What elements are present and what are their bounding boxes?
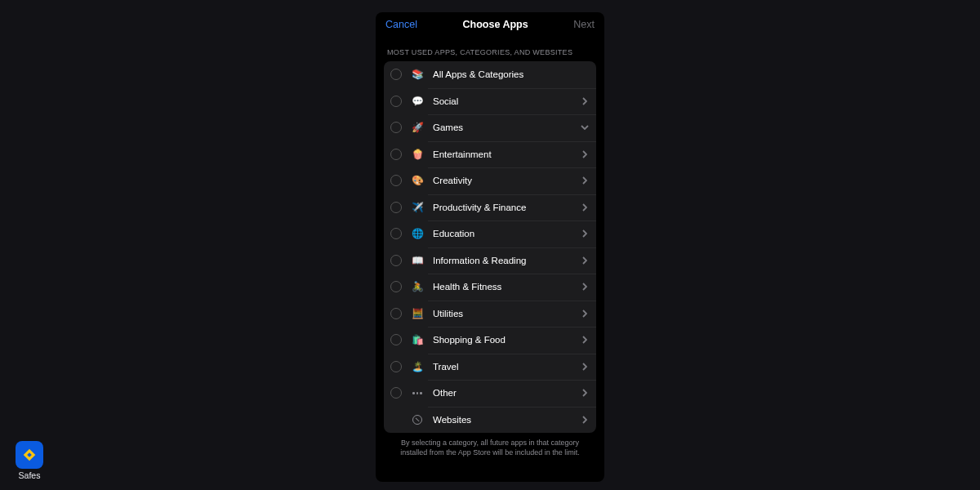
radio-games[interactable] xyxy=(390,122,402,133)
category-row-utilities[interactable]: 🧮Utilities xyxy=(384,301,596,327)
education-icon: 🌐 xyxy=(410,226,425,241)
chevron-right-icon xyxy=(580,229,590,238)
radio-education[interactable] xyxy=(390,228,402,239)
safes-logo-icon xyxy=(16,441,43,469)
other-icon xyxy=(410,385,425,400)
shopping-icon: 🛍️ xyxy=(410,332,425,347)
next-button[interactable]: Next xyxy=(573,19,595,30)
category-label: Travel xyxy=(433,362,580,372)
chevron-right-icon xyxy=(580,310,590,318)
category-row-social[interactable]: 💬Social xyxy=(384,88,596,115)
category-row-health[interactable]: 🚴Health & Fitness xyxy=(384,274,596,301)
reading-icon: 📖 xyxy=(410,253,425,268)
category-row-education[interactable]: 🌐Education xyxy=(384,220,596,247)
footnote-text: By selecting a category, all future apps… xyxy=(389,438,591,457)
category-label: Education xyxy=(433,229,580,238)
category-label: Games xyxy=(433,122,580,132)
chevron-right-icon xyxy=(580,416,590,424)
category-row-shopping[interactable]: 🛍️Shopping & Food xyxy=(384,327,596,354)
category-label: Utilities xyxy=(433,309,580,318)
category-label: All Apps & Categories xyxy=(433,69,580,79)
social-icon: 💬 xyxy=(410,94,425,109)
chevron-right-icon xyxy=(580,97,590,105)
page-title: Choose Apps xyxy=(463,19,528,30)
radio-entertainment[interactable] xyxy=(390,149,402,160)
chevron-right-icon xyxy=(580,150,590,158)
navbar: Cancel Choose Apps Next xyxy=(376,12,604,35)
health-icon: 🚴 xyxy=(410,279,425,294)
category-row-games[interactable]: 🚀Games xyxy=(384,114,596,141)
radio-social[interactable] xyxy=(390,96,402,107)
safes-label: Safes xyxy=(19,470,41,480)
chevron-right-icon xyxy=(580,176,590,185)
choose-apps-modal: Cancel Choose Apps Next MOST USED APPS, … xyxy=(376,12,604,482)
creativity-icon: 🎨 xyxy=(410,173,425,188)
websites-icon xyxy=(410,412,425,427)
radio-other[interactable] xyxy=(390,387,402,399)
chevron-right-icon xyxy=(580,283,590,291)
category-row-all[interactable]: 📚All Apps & Categories xyxy=(384,61,596,88)
chevron-down-icon xyxy=(580,125,590,130)
travel-icon: 🏝️ xyxy=(410,359,425,374)
category-label: Productivity & Finance xyxy=(433,203,580,212)
radio-travel[interactable] xyxy=(390,361,402,372)
category-label: Creativity xyxy=(433,176,580,185)
category-row-entertainment[interactable]: 🍿Entertainment xyxy=(384,141,596,168)
category-row-creativity[interactable]: 🎨Creativity xyxy=(384,167,596,194)
category-label: Entertainment xyxy=(433,149,580,159)
utilities-icon: 🧮 xyxy=(410,306,425,321)
radio-utilities[interactable] xyxy=(390,308,402,319)
radio-reading[interactable] xyxy=(390,255,402,266)
chevron-right-icon xyxy=(580,203,590,212)
category-label: Social xyxy=(433,96,580,106)
chevron-right-icon xyxy=(580,389,590,397)
category-label: Other xyxy=(433,388,580,398)
chevron-right-icon xyxy=(580,256,590,265)
category-row-other[interactable]: Other xyxy=(384,380,596,407)
radio-shopping[interactable] xyxy=(390,334,402,345)
chevron-right-icon xyxy=(580,363,590,371)
safes-badge: Safes xyxy=(11,441,47,480)
radio-health[interactable] xyxy=(390,281,402,292)
radio-productivity[interactable] xyxy=(390,202,402,213)
entertainment-icon: 🍿 xyxy=(410,147,425,162)
all-icon: 📚 xyxy=(410,67,425,82)
games-icon: 🚀 xyxy=(410,120,425,135)
category-list: 📚All Apps & Categories💬Social🚀Games🍿Ente… xyxy=(384,61,596,433)
cancel-button[interactable]: Cancel xyxy=(385,19,417,30)
category-row-reading[interactable]: 📖Information & Reading xyxy=(384,247,596,274)
category-label: Shopping & Food xyxy=(433,335,580,345)
category-label: Websites xyxy=(433,415,580,425)
section-header: MOST USED APPS, CATEGORIES, AND WEBSITES xyxy=(376,35,604,60)
category-row-productivity[interactable]: ✈️Productivity & Finance xyxy=(384,194,596,221)
productivity-icon: ✈️ xyxy=(410,200,425,215)
radio-creativity[interactable] xyxy=(390,175,402,186)
chevron-right-icon xyxy=(580,336,590,344)
category-row-websites[interactable]: Websites xyxy=(384,407,596,434)
category-label: Health & Fitness xyxy=(433,282,580,292)
radio-all[interactable] xyxy=(390,69,402,80)
category-label: Information & Reading xyxy=(433,256,580,265)
category-row-travel[interactable]: 🏝️Travel xyxy=(384,354,596,381)
